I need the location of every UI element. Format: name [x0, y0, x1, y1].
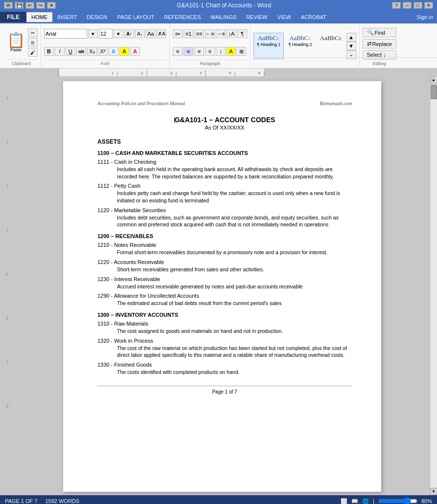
format-painter-btn[interactable]: 🖌	[28, 48, 38, 57]
italic-btn[interactable]: I	[55, 47, 65, 56]
styles-down-btn[interactable]: ▼	[346, 42, 356, 50]
change-case-btn[interactable]: Aa	[146, 29, 156, 38]
doc-title[interactable]: G&A101-1 – ACCOUNT CODES	[97, 116, 352, 124]
styles-group: AaBbCc ¶ Heading 1 AaBbCc ¶ Heading 2 Aa…	[251, 24, 360, 67]
decrease-font-btn[interactable]: A↓	[135, 29, 145, 38]
justify-btn[interactable]: ≡	[205, 47, 215, 56]
heading3-style[interactable]: AaBbCc	[317, 33, 345, 59]
copy-btn[interactable]: ⎘	[28, 38, 38, 47]
font-size-input[interactable]	[99, 29, 113, 39]
sort-btn[interactable]: ↕A	[227, 29, 236, 38]
svg-text:2: 2	[141, 71, 143, 75]
minimize-btn[interactable]: ─	[403, 2, 412, 9]
scroll-down-btn[interactable]: ▼	[430, 488, 437, 495]
underline-btn[interactable]: U	[66, 47, 75, 56]
decrease-indent-btn[interactable]: ←≡	[205, 29, 215, 38]
tab-references[interactable]: REFERENCES	[159, 12, 206, 22]
heading2-label: ¶ Heading 2	[288, 42, 312, 47]
page-footer-text: Page 1 of 7	[212, 389, 237, 394]
redo-btn[interactable]: ↪	[36, 2, 45, 9]
customize-btn[interactable]: ▾	[47, 2, 56, 9]
multilevel-btn[interactable]: ≡≡	[194, 29, 204, 38]
text-highlight-btn[interactable]: A	[119, 47, 129, 56]
find-btn[interactable]: 🔍 Find	[363, 28, 396, 37]
font-group: ▾ ▾ A↑ A↓ Aa ✗A B I U ab X₂ X² A A A Fon…	[41, 24, 170, 67]
heading2-style[interactable]: AaBbCc ¶ Heading 2	[285, 33, 315, 59]
zoom-slider[interactable]	[378, 499, 417, 503]
font-row1: ▾ ▾ A↑ A↓ Aa ✗A	[44, 25, 166, 42]
tab-review[interactable]: REVIEW	[241, 12, 272, 22]
clear-format-btn[interactable]: ✗A	[157, 29, 166, 38]
account-1230-name: 1230 - Interest Receivable	[97, 276, 352, 282]
zoom-level: 80%	[421, 498, 432, 504]
font-name-dropdown[interactable]: ▾	[88, 29, 98, 38]
svg-text:1: 1	[112, 71, 114, 75]
line-spacing-btn[interactable]: ↕	[216, 47, 226, 56]
ruler-bar: 1 2 3 4 5 6	[0, 68, 437, 76]
doc-subtitle: As Of XX/XX/XX	[97, 125, 352, 131]
document-page[interactable]: Accounting Policies and Procedures Manua…	[63, 81, 381, 492]
find-icon: 🔍	[367, 29, 374, 36]
heading2-preview: AaBbCc	[289, 34, 311, 42]
subscript-btn[interactable]: X₂	[87, 47, 97, 56]
margin-num-6: 6	[6, 316, 8, 321]
layout-icon-print[interactable]: ⬜	[341, 498, 347, 504]
show-para-btn[interactable]: ¶	[237, 29, 247, 38]
quick-save-btn[interactable]: 💾	[15, 2, 23, 9]
para-row1: ≡• ≡1 ≡≡ ←≡ →≡ ↕A ¶	[173, 25, 247, 42]
account-1310-name: 1310 - Raw Materials	[97, 321, 352, 327]
clipboard-row: 📋 Paste ✂ ⎘ 🖌	[5, 25, 38, 60]
scroll-thumb[interactable]	[431, 85, 437, 99]
tab-design[interactable]: DESIGN	[82, 12, 112, 22]
bold-btn[interactable]: B	[44, 47, 54, 56]
heading1-style[interactable]: AaBbCc ¶ Heading 1	[253, 33, 284, 59]
margin-num-8: 8	[6, 404, 8, 409]
align-center-btn[interactable]: ≡	[184, 47, 193, 56]
right-scrollbar[interactable]: ▲ ▼	[430, 76, 437, 495]
scroll-track[interactable]	[430, 84, 437, 488]
tab-home[interactable]: HOME	[26, 12, 52, 22]
increase-font-btn[interactable]: A↑	[124, 29, 134, 38]
scroll-up-btn[interactable]: ▲	[430, 76, 437, 84]
layout-icon-web[interactable]: 🌐	[362, 498, 369, 504]
maximize-btn[interactable]: □	[414, 2, 422, 9]
font-color-btn[interactable]: A	[130, 47, 140, 56]
undo-btn[interactable]: ↩	[25, 2, 34, 9]
page-container[interactable]: Accounting Policies and Procedures Manua…	[15, 76, 430, 495]
text-effect-btn[interactable]: A	[109, 47, 118, 56]
status-right: ⬜ 📖 🌐 | 80%	[341, 498, 432, 504]
numbering-btn[interactable]: ≡1	[184, 29, 193, 38]
title-bar: W 💾 ↩ ↪ ▾ G&A101-1 Chart of Accounts - W…	[0, 0, 437, 11]
shading-btn[interactable]: A	[227, 47, 235, 56]
align-right-btn[interactable]: ≡	[194, 47, 204, 56]
font-size-dropdown[interactable]: ▾	[114, 29, 123, 38]
file-tab[interactable]: FILE	[0, 12, 26, 22]
superscript-btn[interactable]: X²	[98, 47, 108, 56]
sign-in-link[interactable]: Sign in	[416, 14, 433, 20]
layout-icon-read[interactable]: 📖	[351, 498, 358, 504]
word-count: 1592 WORDS	[45, 498, 79, 504]
cut-btn[interactable]: ✂	[28, 28, 38, 37]
tab-insert[interactable]: INSERT	[52, 12, 82, 22]
tab-acrobat[interactable]: ACROBAT	[296, 12, 331, 22]
help-btn[interactable]: ?	[392, 2, 401, 9]
font-name-input[interactable]	[44, 29, 87, 39]
margin-num-5: 5	[6, 272, 8, 277]
increase-indent-btn[interactable]: →≡	[216, 29, 226, 38]
paste-btn[interactable]: 📋 Paste	[5, 33, 27, 52]
strikethrough-btn[interactable]: ab	[76, 47, 86, 56]
borders-btn[interactable]: ⊞	[236, 47, 246, 56]
align-left-btn[interactable]: ≡	[173, 47, 183, 56]
bullets-btn[interactable]: ≡•	[173, 29, 183, 38]
tab-mailings[interactable]: MAILINGS	[206, 12, 242, 22]
account-1112-name: 1112 - Petty Cash	[97, 183, 352, 189]
heading3-preview: AaBbCc	[320, 34, 342, 42]
styles-up-btn[interactable]: ▲	[346, 33, 356, 42]
window-controls[interactable]: ? ─ □ ✕	[392, 2, 433, 9]
win-left-controls[interactable]: W 💾 ↩ ↪ ▾	[4, 2, 56, 9]
replace-btn[interactable]: ⇄ Replace	[363, 39, 396, 48]
close-btn[interactable]: ✕	[424, 2, 433, 9]
paste-icon: 📋	[7, 33, 25, 47]
tab-view[interactable]: VIEW	[273, 12, 296, 22]
tab-page-layout[interactable]: PAGE LAYOUT	[112, 12, 159, 22]
